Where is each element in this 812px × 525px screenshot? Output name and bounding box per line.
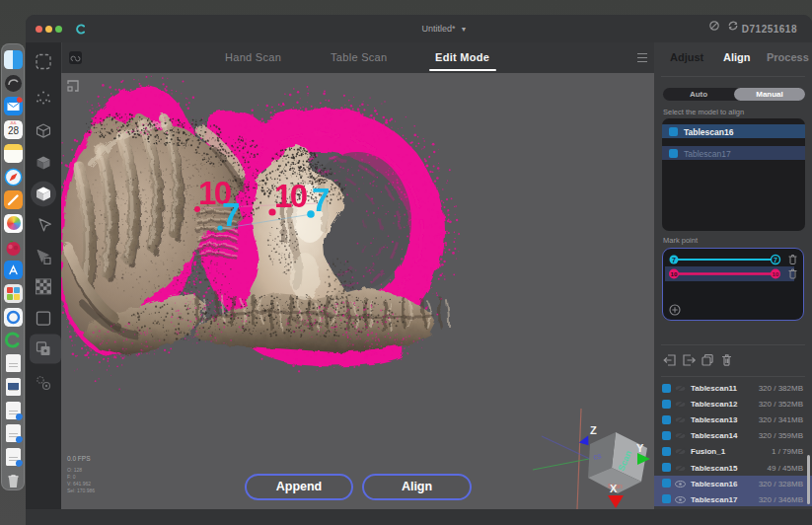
- svg-text:7: 7: [774, 257, 777, 263]
- svg-text:Z: Z: [590, 424, 597, 436]
- svg-text:10: 10: [671, 270, 678, 277]
- svg-text:10: 10: [773, 270, 779, 277]
- svg-text:7: 7: [672, 257, 676, 263]
- svg-text:7: 7: [222, 196, 239, 233]
- svg-text:X: X: [610, 483, 618, 494]
- svg-text:7: 7: [312, 182, 329, 218]
- svg-text:Y: Y: [636, 442, 644, 454]
- svg-text:10: 10: [274, 178, 307, 214]
